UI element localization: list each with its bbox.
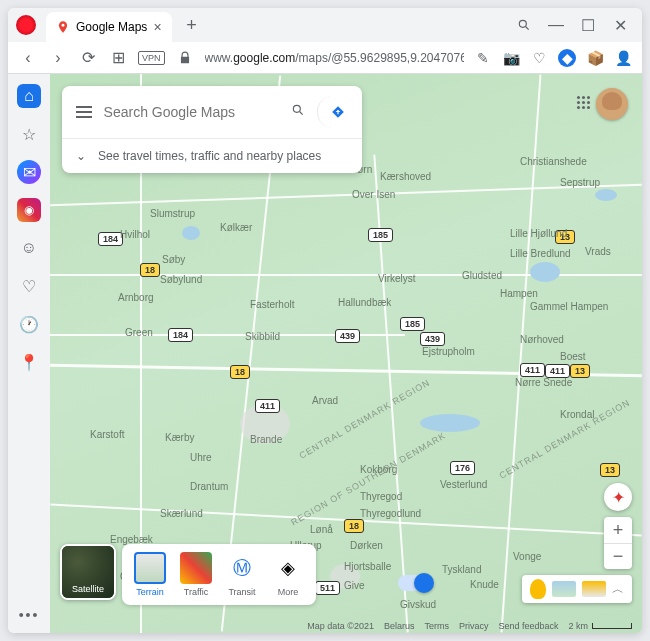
road-shield: 185 (400, 317, 425, 331)
directions-icon[interactable] (317, 96, 348, 128)
hamburger-icon[interactable] (76, 106, 92, 118)
history-icon[interactable]: 🕐 (17, 312, 41, 336)
close-window-icon[interactable]: ✕ (606, 11, 634, 39)
place-label: Green (125, 327, 153, 338)
pegman-icon[interactable] (530, 579, 546, 599)
layer-traffic[interactable]: Traffic (174, 550, 218, 599)
place-label: Lille Hjøllund (510, 228, 567, 239)
instagram-icon[interactable]: ◉ (17, 198, 41, 222)
country-label: Belarus (384, 621, 415, 631)
road-shield: 411 (520, 363, 545, 377)
maximize-icon[interactable]: ☐ (574, 11, 602, 39)
search-icon[interactable] (291, 103, 305, 121)
back-icon[interactable]: ‹ (18, 48, 38, 68)
new-tab-button[interactable]: + (180, 13, 204, 37)
road-shield: 185 (368, 228, 393, 242)
terms-link[interactable]: Terms (424, 621, 449, 631)
road-shield: 411 (255, 399, 280, 413)
place-label: Ejstrupholm (422, 346, 475, 357)
place-label: Kærby (165, 432, 194, 443)
place-label: Hvilhol (120, 229, 150, 240)
compass-icon[interactable]: ✦ (604, 483, 632, 511)
forward-icon[interactable]: › (48, 48, 68, 68)
place-label: Karstoft (90, 429, 124, 440)
lock-icon[interactable] (175, 48, 195, 68)
transit-icon: Ⓜ (226, 552, 258, 584)
sidebar-more-icon[interactable]: ••• (19, 607, 40, 623)
edit-icon[interactable]: ✎ (474, 49, 492, 67)
layers-bar: Satellite Terrain Traffic Ⓜ Transit (60, 544, 316, 605)
shield-icon[interactable]: ◆ (558, 49, 576, 67)
smile-icon[interactable]: ☺ (17, 236, 41, 260)
layer-more[interactable]: ◈ More (266, 550, 310, 599)
layer-terrain[interactable]: Terrain (128, 550, 172, 599)
browser-tab[interactable]: Google Maps × (46, 12, 172, 42)
url-field[interactable]: www.google.com/maps/@55.9629895,9.204707… (205, 51, 464, 65)
place-label: Knude (470, 579, 499, 590)
place-label: Krondal (560, 409, 594, 420)
place-label: Hallundbæk (338, 297, 391, 308)
minimize-icon[interactable]: — (542, 11, 570, 39)
heart-sidebar-icon[interactable]: ♡ (17, 274, 41, 298)
layers-more-icon: ◈ (272, 552, 304, 584)
zoom-in-button[interactable]: + (604, 517, 632, 543)
star-icon[interactable]: ☆ (17, 122, 41, 146)
zoom-out-button[interactable]: − (604, 543, 632, 569)
messenger-icon[interactable]: ✉ (17, 160, 41, 184)
search-input[interactable] (104, 104, 279, 120)
map-footer: Map data ©2021 Belarus Terms Privacy Sen… (307, 621, 632, 631)
place-label: Arnborg (118, 292, 154, 303)
minimap-thumb[interactable] (552, 581, 576, 597)
satellite-toggle[interactable]: Satellite (60, 544, 116, 600)
address-bar: ‹ › ⟳ ⊞ VPN www.google.com/maps/@55.9629… (8, 42, 642, 74)
avatar[interactable] (596, 88, 628, 120)
tab-title: Google Maps (76, 20, 147, 34)
chevron-down-icon[interactable]: ⌄ (76, 149, 86, 163)
scale-indicator: 2 km (568, 621, 632, 631)
road-shield: 411 (545, 364, 570, 378)
zoom-control: + − (604, 517, 632, 569)
place-label: Hjortsballe (344, 561, 391, 572)
road-shield: 13 (570, 364, 590, 378)
place-label: Skærlund (160, 508, 203, 519)
search-panel: ⌄ See travel times, traffic and nearby p… (62, 86, 362, 173)
toggle-switch[interactable] (398, 575, 434, 591)
google-apps-icon[interactable] (577, 96, 590, 109)
camera-icon[interactable]: 📷 (502, 49, 520, 67)
place-label: Slumstrup (150, 208, 195, 219)
svg-point-1 (519, 20, 526, 27)
place-label: Skibbild (245, 331, 280, 342)
feedback-link[interactable]: Send feedback (498, 621, 558, 631)
place-label: Kærshoved (380, 171, 431, 182)
privacy-link[interactable]: Privacy (459, 621, 489, 631)
pin-icon[interactable]: 📍 (17, 350, 41, 374)
map-canvas[interactable]: CENTRAL DENMARK REGION REGION OF SOUTHER… (50, 74, 642, 633)
place-label: Vrads (585, 246, 611, 257)
apps-icon[interactable]: ⊞ (108, 48, 128, 68)
place-label: Christianshede (520, 156, 587, 167)
place-label: Kølkær (220, 222, 252, 233)
profile-icon[interactable]: 👤 (614, 49, 632, 67)
home-icon[interactable]: ⌂ (17, 84, 41, 108)
cube-icon[interactable]: 📦 (586, 49, 604, 67)
place-label: Gludsted (462, 270, 502, 281)
place-label: Fasterholt (250, 299, 294, 310)
traffic-icon (180, 552, 212, 584)
road-shield: 511 (315, 581, 340, 595)
expand-icon[interactable]: ︿ (612, 581, 624, 598)
heart-icon[interactable]: ♡ (530, 49, 548, 67)
minimap-thumb[interactable] (582, 581, 606, 597)
layer-transit[interactable]: Ⓜ Transit (220, 550, 264, 599)
place-label: Lønå (310, 524, 333, 535)
svg-point-0 (62, 24, 65, 27)
road-shield: 18 (344, 519, 364, 533)
tab-close-icon[interactable]: × (153, 19, 161, 35)
road-shield: 18 (230, 365, 250, 379)
place-label: Uhre (190, 452, 212, 463)
reload-icon[interactable]: ⟳ (78, 48, 98, 68)
place-label: Sepstrup (560, 177, 600, 188)
place-label: Brande (250, 434, 282, 445)
vpn-badge[interactable]: VPN (138, 51, 165, 65)
search-tabs-icon[interactable] (510, 11, 538, 39)
road-shield: 18 (140, 263, 160, 277)
